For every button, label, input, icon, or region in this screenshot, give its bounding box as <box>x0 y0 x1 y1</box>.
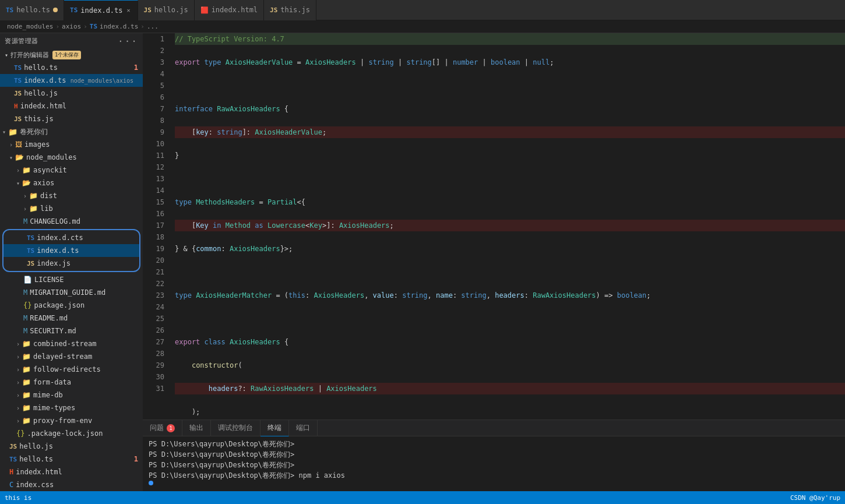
folder-icon-img: 🖼 <box>15 140 22 149</box>
folder-name: follow-redirects <box>33 365 101 373</box>
tab-indedx-html[interactable]: 🟥 indedx.html <box>195 0 264 20</box>
folder-icon-nm: 📂 <box>15 153 24 161</box>
terminal-tab-output[interactable]: 输出 <box>182 420 211 436</box>
folder-node-modules[interactable]: ▾ 📂 node_modules <box>0 151 143 164</box>
file-index-css[interactable]: C index.css <box>0 478 143 491</box>
unsaved-dot <box>53 8 58 12</box>
file-security[interactable]: M SECURITY.md <box>0 325 143 337</box>
tab-index-d-ts[interactable]: TS index.d.ts ✕ <box>64 0 138 20</box>
folder-images[interactable]: › 🖼 images <box>0 138 143 151</box>
tab-label: hello.js <box>154 6 188 14</box>
terminal-line-1: PS D:\Users\qayrup\Desktop\卷死你们> <box>149 439 839 449</box>
open-editors-header[interactable]: ▾ 打开的编辑器 1个未保存 <box>0 48 143 61</box>
unsaved-badge: 1个未保存 <box>52 51 81 59</box>
tab-label: 输出 <box>189 423 203 433</box>
filename: hello.ts <box>24 64 132 72</box>
folder-icon: 📂 <box>22 179 31 187</box>
chevron-right-icon: › <box>16 167 20 174</box>
terminal-tab-terminal[interactable]: 终端 <box>260 420 289 436</box>
file-migration-guide[interactable]: M MIGRATION_GUIDE.md <box>0 286 143 299</box>
tab-close-button[interactable]: ✕ <box>126 6 132 15</box>
tab-hello-js[interactable]: JS hello.js <box>138 0 195 20</box>
json-icon: {} <box>23 301 31 309</box>
file-indedx-html[interactable]: H indedx.html <box>0 466 143 478</box>
folder-follow-redirects[interactable]: › 📁 follow-redirects <box>0 363 143 376</box>
file-index-d-cts[interactable]: TS index.d.cts <box>3 231 139 244</box>
file-changelog-md[interactable]: M CHANGELOG.md <box>0 215 143 228</box>
folder-dist[interactable]: › 📁 dist <box>0 189 143 202</box>
sidebar-menu-dots[interactable]: ··· <box>118 36 138 47</box>
md-icon: M <box>23 314 27 322</box>
terminal-cursor-line <box>149 481 839 485</box>
file-index-d-ts[interactable]: TS index.d.ts <box>3 244 139 257</box>
folder-lib[interactable]: › 📁 lib <box>0 202 143 215</box>
breadcrumb: node_modules › axios › TS index.d.ts › .… <box>0 20 845 33</box>
folder-proxy-from-env[interactable]: › 📁 proxy-from-env <box>0 414 143 427</box>
js-icon: JS <box>14 90 22 97</box>
file-index-js[interactable]: JS index.js <box>3 257 139 270</box>
folder-axios[interactable]: ▾ 📂 axios <box>0 177 143 189</box>
folder-form-data[interactable]: › 📁 form-data <box>0 376 143 389</box>
folder-icon: 📁 <box>29 192 38 200</box>
file-package-json-axios[interactable]: {} package.json <box>0 299 143 312</box>
file-license[interactable]: 📄 LICENSE <box>0 273 143 286</box>
json-icon: {} <box>16 429 24 438</box>
file-readme[interactable]: M README.md <box>0 312 143 325</box>
folder-icon: 📁 <box>29 205 38 213</box>
tree-root-folder[interactable]: ▾ 📁 卷死你们 <box>0 125 143 138</box>
filename: index.js <box>37 259 135 267</box>
open-editor-index-d-ts[interactable]: TS index.d.ts node_modules\axios <box>0 74 143 87</box>
tab-label: 问题 <box>150 423 164 433</box>
terminal-line-3: PS D:\Users\qayrup\Desktop\卷死你们> <box>149 460 839 470</box>
file-hello-ts[interactable]: TS hello.ts 1 <box>0 453 143 466</box>
terminal-tab-ports[interactable]: 端口 <box>289 420 318 436</box>
tab-label: hello.ts <box>16 6 50 14</box>
tab-this-js[interactable]: JS this.js <box>264 0 316 20</box>
filename: CHANGELOG.md <box>30 217 138 225</box>
filename: index.d.ts node_modules\axios <box>24 76 138 84</box>
terminal-tab-debug-console[interactable]: 调试控制台 <box>211 420 260 436</box>
folder-name: delayed-stream <box>33 353 92 361</box>
folder-mime-db[interactable]: › 📁 mime-db <box>0 389 143 401</box>
folder-mime-types[interactable]: › 📁 mime-types <box>0 401 143 414</box>
main-layout: 资源管理器 ··· ▾ 打开的编辑器 1个未保存 TS hello.ts 1 T… <box>0 33 845 504</box>
file-hello-js[interactable]: JS hello.js <box>0 440 143 453</box>
tab-hello-ts[interactable]: TS hello.ts <box>0 0 64 20</box>
code-area[interactable]: 12345 678910 1112131415 1617181920 21222… <box>143 33 845 420</box>
tab-label: indedx.html <box>212 6 258 14</box>
chevron-right-icon: › <box>23 193 27 199</box>
open-editor-hello-js[interactable]: JS hello.js <box>0 87 143 100</box>
open-editor-indedx-html[interactable]: H indedx.html <box>0 100 143 112</box>
filename: index.css <box>16 481 138 489</box>
file-package-lock-json-nm[interactable]: {} .package-lock.json <box>0 427 143 440</box>
filename: indedx.html <box>20 102 138 110</box>
folder-delayed-stream[interactable]: › 📁 delayed-stream <box>0 350 143 363</box>
chevron-down-icon: ▾ <box>16 180 20 186</box>
tab-bar: TS hello.ts TS index.d.ts ✕ JS hello.js … <box>0 0 845 20</box>
editor-area: 12345 678910 1112131415 1617181920 21222… <box>143 33 845 504</box>
filename: indedx.html <box>16 468 138 476</box>
folder-combined-stream[interactable]: › 📁 combined-stream <box>0 337 143 350</box>
folder-name: lib <box>40 205 53 213</box>
terminal-line-2: PS D:\Users\qayrup\Desktop\卷死你们> <box>149 449 839 460</box>
ts-icon: TS <box>27 247 34 255</box>
md-icon: M <box>23 217 27 225</box>
terminal-line-4: PS D:\Users\qayrup\Desktop\卷死你们> npm i a… <box>149 470 839 481</box>
folder-icon: 📁 <box>22 391 31 399</box>
open-editor-hello-ts[interactable]: TS hello.ts 1 <box>0 61 143 74</box>
open-editor-this-js[interactable]: JS this.js <box>0 112 143 125</box>
chevron-right-icon: › <box>16 405 20 411</box>
file-icon: 📄 <box>23 276 32 284</box>
chevron-right-icon: › <box>23 206 27 212</box>
terminal-tab-problems[interactable]: 问题 1 <box>143 420 182 436</box>
sidebar-title: 资源管理器 <box>5 37 38 45</box>
terminal-tabs: 问题 1 输出 调试控制台 终端 端口 <box>143 420 845 436</box>
chevron-right-icon: › <box>16 366 20 373</box>
folder-name: mime-types <box>33 404 75 412</box>
chevron-right-icon: › <box>16 392 20 399</box>
code-editor[interactable]: // TypeScript Version: 4.7 export type A… <box>169 33 845 420</box>
filename: SECURITY.md <box>30 327 138 335</box>
problems-badge: 1 <box>167 424 175 432</box>
folder-asynckit[interactable]: › 📁 asynckit <box>0 164 143 177</box>
ts-icon: TS <box>70 6 78 14</box>
